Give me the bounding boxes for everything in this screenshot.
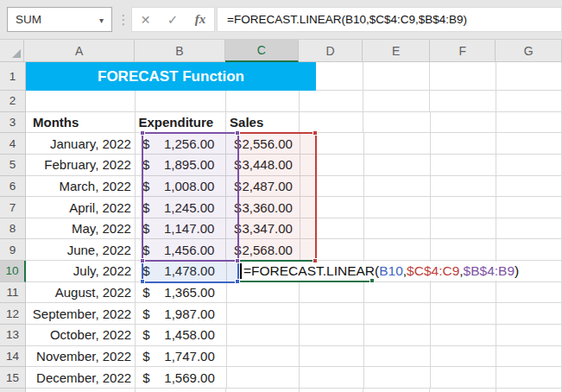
cell-f6[interactable] <box>431 176 496 198</box>
row-header-16[interactable]: 16 <box>0 389 26 392</box>
cell-g8[interactable] <box>496 218 562 240</box>
cell-b3-expenditure-header[interactable]: Expenditure <box>136 112 226 134</box>
row-header-5[interactable]: 5 <box>0 155 26 176</box>
cell-b9[interactable]: $1,456.00 <box>136 239 226 261</box>
cell-a12[interactable]: September, 2022 <box>26 303 136 325</box>
insert-function-icon[interactable]: fx <box>195 12 206 27</box>
cell-e9[interactable] <box>364 239 431 261</box>
cancel-icon[interactable]: ✕ <box>141 13 151 27</box>
cell-g4[interactable] <box>496 133 562 155</box>
row-header-11[interactable]: 11 <box>0 282 26 304</box>
cell-e4[interactable] <box>364 133 431 155</box>
cell-c6[interactable]: $2,487.00 <box>226 176 300 198</box>
cell-b5[interactable]: $1,895.00 <box>136 155 226 176</box>
cell-a3-months-header[interactable]: Months <box>26 112 136 134</box>
cell-b13[interactable]: $1,458.00 <box>136 325 227 346</box>
cell-e6[interactable] <box>364 176 431 198</box>
column-header-c[interactable]: C <box>225 40 299 62</box>
cell-d7[interactable] <box>300 197 364 218</box>
cell-g9[interactable] <box>496 239 562 261</box>
row-header-13[interactable]: 13 <box>0 325 26 346</box>
cell-a8[interactable]: May, 2022 <box>26 218 136 240</box>
cell-c7[interactable]: $3,360.00 <box>226 197 300 218</box>
red-fill-handle[interactable] <box>313 130 318 136</box>
cell-d4[interactable] <box>300 133 364 155</box>
cell-d3[interactable] <box>300 112 363 134</box>
formula-input[interactable]: =FORECAST.LINEAR(B10,$C$4:C9,$B$4:B9) <box>217 7 562 32</box>
cell-g12[interactable] <box>496 303 562 325</box>
title-banner[interactable]: FORECAST Function <box>26 62 316 91</box>
blue-fill-handle[interactable] <box>140 279 145 284</box>
cell-f1[interactable] <box>430 62 496 91</box>
row-header-4[interactable]: 4 <box>0 133 26 155</box>
cell-c12[interactable] <box>227 303 300 325</box>
cell-b16[interactable] <box>136 389 226 392</box>
cell-f15[interactable] <box>431 367 496 389</box>
cell-b12[interactable]: $1,987.00 <box>136 303 227 325</box>
cell-d6[interactable] <box>300 176 364 198</box>
blue-fill-handle[interactable] <box>235 279 240 284</box>
cell-b14[interactable]: $1,747.00 <box>136 346 227 368</box>
cell-f11[interactable] <box>431 282 496 304</box>
cell-e8[interactable] <box>364 218 431 240</box>
name-box-dropdown-icon[interactable]: ▾ <box>99 16 104 25</box>
cell-a10[interactable]: July, 2022 <box>26 261 136 282</box>
row-header-15[interactable]: 15 <box>0 367 26 389</box>
cell-g14[interactable] <box>496 346 562 368</box>
cell-a15[interactable]: December, 2022 <box>26 367 136 389</box>
cell-f12[interactable] <box>431 303 496 325</box>
cell-d9[interactable] <box>300 239 364 261</box>
purple-fill-handle[interactable] <box>235 130 240 136</box>
cell-a9[interactable]: June, 2022 <box>26 239 136 261</box>
cell-b7[interactable]: $1,245.00 <box>136 197 226 218</box>
row-header-10[interactable]: 10 <box>0 261 26 282</box>
cell-d13[interactable] <box>300 325 363 346</box>
column-header-e[interactable]: E <box>363 40 429 62</box>
cell-f8[interactable] <box>431 218 496 240</box>
cell-d8[interactable] <box>300 218 364 240</box>
cell-g13[interactable] <box>496 325 562 346</box>
row-header-12[interactable]: 12 <box>0 303 26 325</box>
cell-c16[interactable] <box>226 389 300 392</box>
purple-fill-handle[interactable] <box>140 258 145 263</box>
cell-a11[interactable]: August, 2022 <box>26 282 136 304</box>
enter-icon[interactable]: ✓ <box>167 12 179 28</box>
cell-b4[interactable]: $1,256.00 <box>136 133 226 155</box>
cell-c11[interactable] <box>227 282 300 304</box>
cell-c14[interactable] <box>227 346 300 368</box>
cell-e5[interactable] <box>364 155 431 176</box>
cell-d5[interactable] <box>300 155 364 176</box>
cell-g1[interactable] <box>496 62 562 91</box>
cell-e12[interactable] <box>364 303 431 325</box>
cell-c15[interactable] <box>227 367 300 389</box>
cell-e2[interactable] <box>363 91 430 112</box>
cell-e14[interactable] <box>364 346 431 368</box>
cell-f7[interactable] <box>431 197 496 218</box>
cell-e16[interactable] <box>363 389 430 392</box>
cell-f9[interactable] <box>431 239 496 261</box>
column-header-a[interactable]: A <box>24 40 135 62</box>
cell-b15[interactable]: $1,569.00 <box>136 367 227 389</box>
cell-d15[interactable] <box>300 367 363 389</box>
cell-f13[interactable] <box>431 325 496 346</box>
cell-f3[interactable] <box>431 112 496 134</box>
row-header-9[interactable]: 9 <box>0 239 26 261</box>
cell-g6[interactable] <box>496 176 562 198</box>
cell-d16[interactable] <box>300 389 363 392</box>
row-header-1[interactable]: 1 <box>0 62 26 91</box>
cell-e11[interactable] <box>364 282 431 304</box>
row-header-14[interactable]: 14 <box>0 346 26 368</box>
cell-e1[interactable] <box>363 62 430 91</box>
cell-f14[interactable] <box>431 346 496 368</box>
cell-f16[interactable] <box>430 389 496 392</box>
cell-g3[interactable] <box>496 112 562 134</box>
select-all-corner[interactable] <box>0 40 24 62</box>
row-header-6[interactable]: 6 <box>0 176 26 198</box>
column-header-b[interactable]: B <box>135 40 225 62</box>
cell-a5[interactable]: February, 2022 <box>26 155 136 176</box>
cell-b11[interactable]: $1,365.00 <box>136 282 227 304</box>
cell-a14[interactable]: November, 2022 <box>26 346 136 368</box>
cell-c13[interactable] <box>227 325 300 346</box>
cell-g7[interactable] <box>496 197 562 218</box>
cell-a4[interactable]: January, 2022 <box>26 133 136 155</box>
